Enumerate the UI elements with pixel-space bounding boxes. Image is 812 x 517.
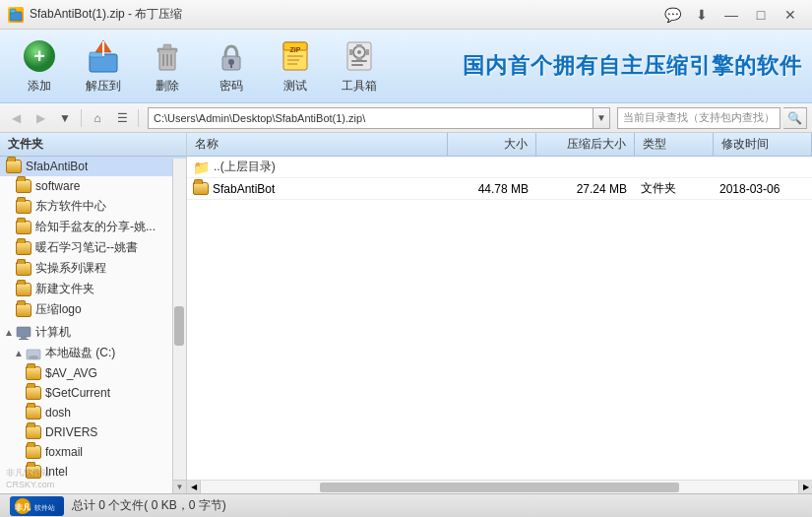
expand-icon: ▲ <box>4 327 14 338</box>
tree-item-label: 计算机 <box>35 324 71 341</box>
tree-item-label: software <box>35 179 80 193</box>
extract-icon <box>86 38 121 74</box>
tree-item-label: 压缩logo <box>35 301 82 318</box>
path-dropdown[interactable]: ▼ <box>593 107 610 129</box>
folder-icon <box>26 445 41 459</box>
tree-item-foxmail[interactable]: foxmail <box>0 442 186 462</box>
password-label: 密码 <box>219 78 243 95</box>
forward-button[interactable]: ▶ <box>30 107 51 129</box>
file-row-sfabantibot[interactable]: SfabAntiBot 44.78 MB 27.24 MB 文件夹 2018-0… <box>187 178 812 200</box>
svg-text:软件站: 软件站 <box>33 504 54 511</box>
col-header-type[interactable]: 类型 <box>635 133 714 156</box>
svg-rect-0 <box>10 12 22 21</box>
parent-dir-label: ..(上层目录) <box>214 159 276 175</box>
folder-icon <box>26 386 41 400</box>
extract-button[interactable]: 解压到 <box>74 34 133 98</box>
svg-rect-34 <box>21 337 27 339</box>
tree-item-suologo[interactable]: 压缩logo <box>0 299 186 320</box>
tree-item-dongfang[interactable]: 东方软件中心 <box>0 196 186 217</box>
tree-item-xinjian[interactable]: 新建文件夹 <box>0 279 186 299</box>
tree-item-shishi[interactable]: 实操系列课程 <box>0 258 186 279</box>
tree-item-drivers[interactable]: DRIVERS <box>0 422 186 442</box>
add-button[interactable]: + 添加 <box>10 34 69 98</box>
tools-label: 工具箱 <box>342 78 377 95</box>
col-header-name[interactable]: 名称 <box>187 133 448 156</box>
search-box[interactable]: 当前目录查找（支持包内查找） <box>617 107 781 129</box>
h-scroll-thumb[interactable] <box>320 483 678 492</box>
tree-item-av-avg[interactable]: $AV_AVG <box>0 363 186 383</box>
path-box[interactable]: C:\Users\Admin\Desktop\SfabAntiBot(1).zi… <box>148 107 593 129</box>
svg-point-37 <box>29 355 38 359</box>
tree-item-software[interactable]: software <box>0 176 186 196</box>
search-button[interactable]: 🔍 <box>783 107 807 129</box>
toolbar-down-button[interactable]: ⬇ <box>688 5 716 25</box>
test-button[interactable]: ZIP 测试 <box>266 34 325 98</box>
svg-rect-29 <box>356 44 362 47</box>
main-area: 文件夹 SfabAntiBot software 东方软件中心 给知手盆友的分享… <box>0 133 812 493</box>
folder-icon <box>16 241 31 255</box>
close-button[interactable]: ✕ <box>777 5 804 25</box>
file-type: 文件夹 <box>635 180 714 197</box>
left-scroll-thumb[interactable] <box>174 306 184 346</box>
tree-item-localdisk[interactable]: ▲ 本地磁盘 (C:) <box>0 343 186 363</box>
file-size: 44.78 MB <box>448 182 536 196</box>
h-scroll-right-btn[interactable]: ▶ <box>798 481 812 494</box>
tools-button[interactable]: 工具箱 <box>330 34 389 98</box>
tree-item-label: 给知手盆友的分享-姚... <box>35 219 156 235</box>
password-icon <box>214 38 249 74</box>
file-row-parent[interactable]: 📁 ..(上层目录) <box>187 157 812 178</box>
list-view-button[interactable]: ☰ <box>111 107 133 129</box>
right-panel: 名称 大小 压缩后大小 类型 修改时间 📁 ..(上层目录) <box>187 133 812 493</box>
delete-button[interactable]: 删除 <box>138 34 197 98</box>
tree-item-label: 实操系列课程 <box>35 260 106 277</box>
home-button[interactable]: ⌂ <box>87 107 108 129</box>
tree-item-sfabantibot[interactable]: SfabAntiBot <box>0 157 186 176</box>
left-scrollbar[interactable]: ▼ <box>172 159 186 493</box>
svg-rect-5 <box>90 52 103 57</box>
col-header-size[interactable]: 大小 <box>448 133 536 156</box>
computer-icon <box>16 326 31 340</box>
tree-item-label: DRIVERS <box>45 425 97 439</box>
back-button[interactable]: ◀ <box>5 107 27 129</box>
delete-icon <box>150 38 185 74</box>
app-icon <box>8 7 24 23</box>
svg-text:ZIP: ZIP <box>290 46 301 53</box>
tree-item-jisuanji[interactable]: ▲ 计算机 <box>0 322 186 343</box>
tree-item-label: foxmail <box>45 445 83 459</box>
toolbar: + 添加 解压到 <box>0 30 812 103</box>
folder-icon <box>16 221 31 234</box>
folder-icon <box>16 179 31 193</box>
folder-icon <box>26 406 41 420</box>
tree-item-label: $GetCurrent <box>45 386 110 400</box>
tree-item-getcurrent[interactable]: $GetCurrent <box>0 383 186 403</box>
tree-item-geizhi[interactable]: 给知手盆友的分享-姚... <box>0 217 186 237</box>
status-left: 非凡 软件站 总计 0 个文件( 0 KB，0 字节) <box>10 496 226 516</box>
chat-button[interactable]: 💬 <box>658 5 686 25</box>
status-bar: 非凡 软件站 总计 0 个文件( 0 KB，0 字节) <box>0 493 812 517</box>
tools-icon <box>342 38 377 74</box>
tree-item-nuanshi[interactable]: 暖石学习笔记--姚書 <box>0 237 186 258</box>
svg-rect-32 <box>366 49 369 55</box>
horizontal-scrollbar[interactable]: ◀ ▶ <box>187 480 812 493</box>
minimize-button[interactable]: — <box>718 5 745 25</box>
folder-icon <box>16 262 31 276</box>
test-label: 测试 <box>283 78 307 95</box>
scroll-down-btn[interactable]: ▼ <box>173 480 186 493</box>
window-controls: 💬 ⬇ — □ ✕ <box>658 5 804 25</box>
col-header-compressed[interactable]: 压缩后大小 <box>536 133 635 156</box>
tree-item-label: Intel <box>45 465 68 479</box>
maximize-button[interactable]: □ <box>747 5 775 25</box>
folder-icon <box>26 366 41 380</box>
nav-dropdown-button[interactable]: ▼ <box>54 107 76 129</box>
toolbar-buttons: + 添加 解压到 <box>10 34 389 98</box>
h-scroll-track[interactable] <box>201 481 798 494</box>
tree-item-intel[interactable]: Intel <box>0 462 186 482</box>
col-header-date[interactable]: 修改时间 <box>714 133 812 156</box>
password-button[interactable]: 密码 <box>202 34 261 98</box>
h-scroll-left-btn[interactable]: ◀ <box>187 481 201 494</box>
svg-rect-28 <box>351 64 363 66</box>
tree-item-dosh[interactable]: dosh <box>0 403 186 422</box>
svg-text:+: + <box>33 45 45 67</box>
tree-item-label: SfabAntiBot <box>26 160 88 173</box>
tree-item-label: 东方软件中心 <box>35 198 106 215</box>
